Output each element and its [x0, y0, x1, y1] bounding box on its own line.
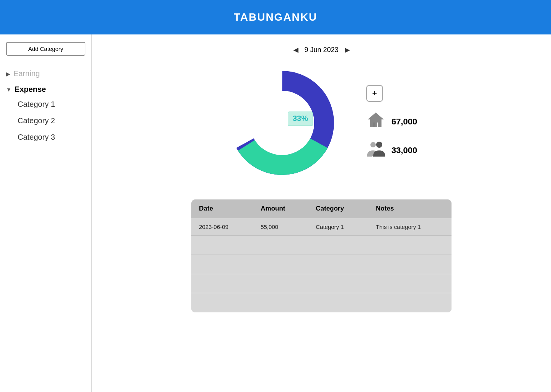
sidebar-earning-label: Earning: [13, 69, 40, 78]
content-area: ◀ 9 Jun 2023 ▶ 33%: [92, 34, 551, 392]
empty-row-4: [191, 293, 452, 312]
svg-rect-1: [374, 122, 377, 127]
sidebar-group-expense[interactable]: ▼ Expense: [6, 83, 85, 96]
next-date-button[interactable]: ▶: [345, 46, 349, 54]
col-notes: Notes: [368, 199, 452, 218]
table-row[interactable]: 2023-06-09 55,000 Category 1 This is cat…: [191, 218, 452, 236]
sidebar-expense-label: Expense: [15, 85, 46, 94]
stat-row-people: 33,000: [366, 140, 422, 161]
stats-panel: + 67,000: [366, 85, 422, 161]
transactions-table-wrapper: Date Amount Category Notes 2023-06-09 55…: [191, 199, 452, 312]
date-label: 9 Jun 2023: [304, 46, 338, 54]
col-amount: Amount: [253, 199, 308, 218]
people-icon: [366, 140, 385, 161]
donut-svg: [221, 62, 343, 184]
donut-chart: 33%: [221, 62, 343, 184]
house-stat-value: 67,000: [391, 117, 422, 127]
add-transaction-button[interactable]: +: [366, 85, 383, 102]
people-stat-value: 33,000: [391, 145, 422, 155]
expense-arrow-icon: ▼: [6, 87, 11, 93]
col-category: Category: [308, 199, 368, 218]
cell-date: 2023-06-09: [191, 218, 253, 236]
cell-amount: 55,000: [253, 218, 308, 236]
sidebar-item-category3[interactable]: Category 3: [6, 129, 85, 145]
sidebar-section-earning: ▶ Earning: [6, 67, 85, 80]
empty-row-1: [191, 236, 452, 255]
earning-arrow-icon: ▶: [6, 71, 10, 77]
header: TABUNGANKU: [0, 0, 551, 34]
svg-point-2: [370, 142, 376, 147]
sidebar: Add Category ▶ Earning ▼ Expense Categor…: [0, 34, 92, 392]
stat-row-house: 67,000: [366, 111, 422, 132]
empty-row-2: [191, 255, 452, 274]
cell-notes: This is category 1: [368, 218, 452, 236]
main-layout: Add Category ▶ Earning ▼ Expense Categor…: [0, 34, 551, 392]
prev-date-button[interactable]: ◀: [293, 46, 298, 54]
sidebar-item-category1[interactable]: Category 1: [6, 96, 85, 113]
date-navigation: ◀ 9 Jun 2023 ▶: [293, 46, 349, 54]
col-date: Date: [191, 199, 253, 218]
transactions-table: Date Amount Category Notes 2023-06-09 55…: [191, 199, 452, 312]
svg-point-3: [376, 142, 382, 148]
table-header-row: Date Amount Category Notes: [191, 199, 452, 218]
sidebar-section-expense: ▼ Expense Category 1 Category 2 Category…: [6, 83, 85, 145]
empty-row-3: [191, 274, 452, 293]
sidebar-item-category2[interactable]: Category 2: [6, 113, 85, 129]
add-category-button[interactable]: Add Category: [6, 42, 85, 56]
house-icon: [366, 111, 385, 132]
donut-percent-label: 33%: [288, 111, 313, 126]
sidebar-group-earning[interactable]: ▶ Earning: [6, 67, 85, 80]
app-title: TABUNGANKU: [234, 11, 318, 23]
chart-row: 33% + 67,000: [221, 62, 422, 184]
cell-category: Category 1: [308, 218, 368, 236]
